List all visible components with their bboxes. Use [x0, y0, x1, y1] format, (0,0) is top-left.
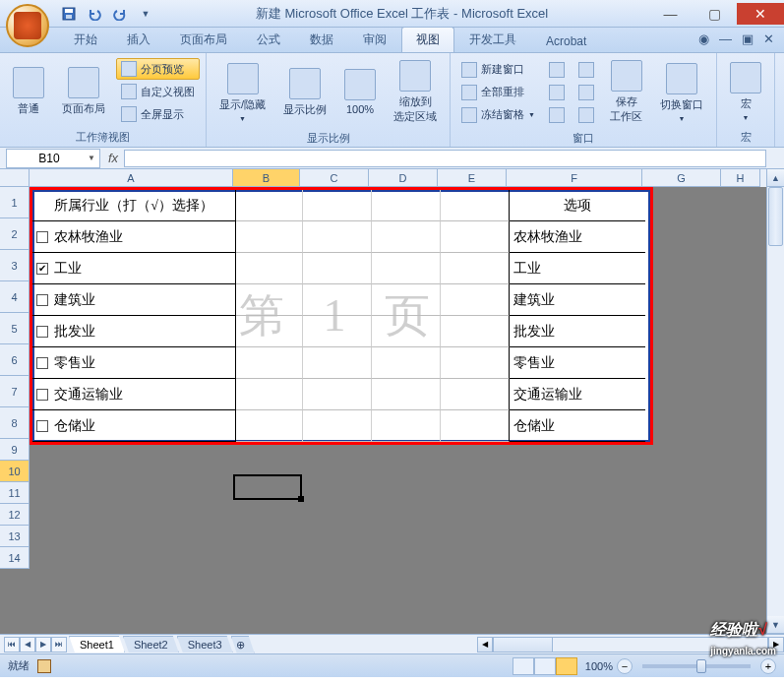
custom-views-button[interactable]: 自定义视图: [116, 81, 200, 102]
zoom-percent[interactable]: 100%: [585, 660, 613, 672]
column-header-E[interactable]: E: [438, 169, 507, 187]
row-header-5[interactable]: 5: [0, 313, 30, 344]
tab-developer[interactable]: 开发工具: [454, 27, 531, 52]
table-row-right[interactable]: 建筑业: [510, 284, 645, 316]
cell[interactable]: [372, 347, 441, 379]
show-hide-button[interactable]: 显示/隐藏▼: [212, 58, 272, 127]
hide-button[interactable]: [544, 82, 570, 103]
qat-customize-icon[interactable]: ▼: [136, 4, 155, 24]
unhide-button[interactable]: [544, 104, 570, 126]
row-header-14[interactable]: 14: [0, 547, 30, 569]
table-row-left[interactable]: 仓储业: [32, 410, 236, 442]
row-header-7[interactable]: 7: [0, 376, 30, 407]
zoom-slider-thumb[interactable]: [696, 659, 706, 673]
office-button[interactable]: [6, 4, 49, 47]
tab-home[interactable]: 开始: [59, 27, 112, 52]
page-layout-view-btn[interactable]: [534, 657, 556, 675]
split-button[interactable]: [544, 59, 570, 81]
tab-insert[interactable]: 插入: [112, 27, 165, 52]
cell[interactable]: [441, 221, 510, 253]
cell[interactable]: [441, 253, 510, 284]
cell[interactable]: [372, 221, 441, 253]
checkbox[interactable]: [36, 263, 48, 275]
scroll-thumb[interactable]: [768, 187, 783, 246]
row-header-6[interactable]: 6: [0, 344, 30, 376]
row-header-8[interactable]: 8: [0, 407, 30, 439]
cell[interactable]: [372, 253, 441, 284]
cell[interactable]: [236, 284, 303, 316]
row-header-2[interactable]: 2: [0, 218, 30, 250]
doc-minimize-button[interactable]: —: [719, 31, 732, 46]
reset-window-button[interactable]: [573, 104, 599, 126]
redo-icon[interactable]: [110, 4, 130, 24]
next-sheet-button[interactable]: ▶: [35, 637, 51, 653]
cell[interactable]: [236, 347, 303, 379]
last-sheet-button[interactable]: ⏭: [51, 637, 67, 653]
checkbox[interactable]: [36, 231, 48, 243]
undo-icon[interactable]: [85, 4, 104, 24]
doc-close-button[interactable]: ✕: [763, 31, 774, 46]
help-icon[interactable]: ◉: [698, 31, 709, 46]
cell[interactable]: [441, 316, 510, 347]
cell[interactable]: [372, 190, 441, 221]
column-header-F[interactable]: F: [507, 169, 642, 187]
tab-review[interactable]: 审阅: [348, 27, 401, 52]
checkbox[interactable]: [36, 420, 48, 432]
normal-view-btn[interactable]: [513, 657, 534, 675]
table-row-left[interactable]: 批发业: [32, 316, 236, 347]
table-row-left[interactable]: 农林牧渔业: [32, 221, 236, 253]
column-header-G[interactable]: G: [642, 169, 721, 187]
sheet-tab-sheet2[interactable]: Sheet2: [123, 636, 179, 653]
scroll-track[interactable]: [767, 246, 784, 616]
row-header-3[interactable]: 3: [0, 250, 30, 281]
column-header-B[interactable]: B: [233, 169, 300, 187]
cell[interactable]: [372, 284, 441, 316]
cell[interactable]: [303, 190, 372, 221]
column-header-A[interactable]: A: [30, 169, 233, 187]
cell[interactable]: [236, 379, 303, 410]
cell[interactable]: [441, 284, 510, 316]
table-row-right[interactable]: 仓储业: [510, 410, 645, 442]
scroll-left-button[interactable]: ◀: [477, 637, 493, 653]
zoom-button[interactable]: 显示比例: [276, 63, 333, 122]
row-header-12[interactable]: 12: [0, 504, 30, 526]
table-header-left[interactable]: 所属行业（打（√）选择）: [32, 190, 236, 221]
full-screen-button[interactable]: 全屏显示: [116, 103, 200, 125]
checkbox[interactable]: [36, 357, 48, 369]
cell[interactable]: [303, 316, 372, 347]
checkbox[interactable]: [36, 294, 48, 306]
page-layout-view-button[interactable]: 页面布局: [55, 62, 112, 121]
sync-scroll-button[interactable]: [573, 82, 599, 103]
cell[interactable]: [236, 221, 303, 253]
cell[interactable]: [441, 347, 510, 379]
tab-page-layout[interactable]: 页面布局: [165, 27, 242, 52]
save-workspace-button[interactable]: 保存 工作区: [603, 55, 649, 129]
cell[interactable]: [303, 221, 372, 253]
cell[interactable]: [441, 190, 510, 221]
cell[interactable]: [303, 253, 372, 284]
cell[interactable]: [236, 253, 303, 284]
tab-view[interactable]: 视图: [401, 27, 454, 52]
cell[interactable]: [303, 284, 372, 316]
table-row-right[interactable]: 农林牧渔业: [510, 221, 645, 253]
new-window-button[interactable]: 新建窗口: [456, 59, 540, 81]
prev-sheet-button[interactable]: ◀: [20, 637, 35, 653]
table-row-left[interactable]: 建筑业: [32, 284, 236, 316]
row-header-13[interactable]: 13: [0, 526, 30, 547]
normal-view-button[interactable]: 普通: [6, 62, 51, 121]
row-header-9[interactable]: 9: [0, 439, 30, 461]
row-header-10[interactable]: 10: [0, 461, 30, 482]
cell[interactable]: [303, 410, 372, 442]
first-sheet-button[interactable]: ⏮: [4, 637, 20, 653]
macros-button[interactable]: 宏▼: [723, 57, 768, 126]
arrange-all-button[interactable]: 全部重排: [456, 82, 540, 103]
sheet-tab-sheet3[interactable]: Sheet3: [177, 636, 233, 653]
freeze-panes-button[interactable]: 冻结窗格▼: [456, 104, 540, 126]
hscroll-thumb[interactable]: [494, 638, 553, 652]
doc-restore-button[interactable]: ▣: [742, 31, 754, 46]
switch-windows-button[interactable]: 切换窗口▼: [653, 58, 710, 127]
fx-button[interactable]: fx: [108, 151, 118, 165]
sheet-tab-sheet1[interactable]: Sheet1: [69, 636, 125, 653]
row-header-1[interactable]: 1: [0, 187, 30, 218]
cell[interactable]: [372, 410, 441, 442]
